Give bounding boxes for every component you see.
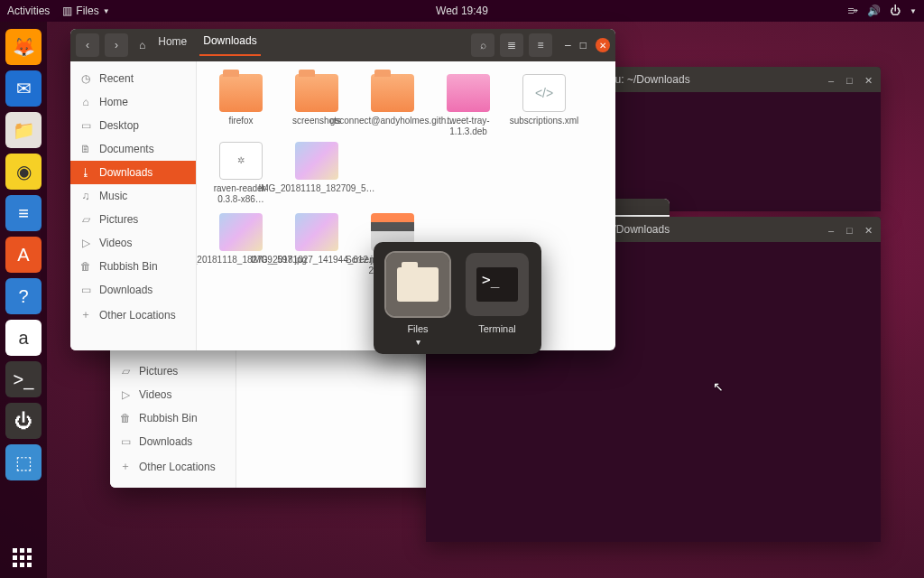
sidebar-icon: 🗑 xyxy=(119,412,132,424)
sidebar-item-label: Music xyxy=(99,190,127,202)
ubuntu-software-icon[interactable]: A xyxy=(5,237,42,273)
sidebar-item[interactable]: ▷Videos xyxy=(110,383,236,406)
sidebar-item-other[interactable]: ＋Other Locations xyxy=(70,302,196,328)
file-item[interactable]: IMG_20181027_141944_612.jpg xyxy=(282,213,352,275)
toggle-icon[interactable]: ⏻ xyxy=(5,403,42,439)
maximize-button[interactable]: □ xyxy=(846,225,855,234)
sidebar-icon: ▭ xyxy=(79,284,92,296)
rhythmbox-icon[interactable]: ◉ xyxy=(5,154,42,190)
amazon-icon[interactable]: a xyxy=(5,320,42,356)
files-sidebar: ◷Recent⌂Home▭Desktop🗎Documents⭳Downloads… xyxy=(70,61,197,350)
path-home[interactable]: Home xyxy=(154,35,190,55)
activities-button[interactable]: Activities xyxy=(7,5,50,17)
clock[interactable]: Wed 19:49 xyxy=(436,5,488,17)
file-item[interactable]: </>subscriptions.xml xyxy=(509,74,579,136)
file-label: subscriptions.xml xyxy=(510,116,579,126)
maximize-button[interactable]: □ xyxy=(846,75,855,84)
sidebar-item-music[interactable]: ♫Music xyxy=(70,184,196,208)
screenshot-icon[interactable]: ⬚ xyxy=(5,444,42,480)
libreoffice-writer-icon[interactable]: ≡ xyxy=(5,195,42,231)
hamburger-button[interactable]: ≡ xyxy=(529,33,552,57)
close-button[interactable]: ✕ xyxy=(864,75,873,84)
file-item[interactable]: IMG_20181118_182709_597.jpg xyxy=(206,213,276,275)
app-menu-label: Files xyxy=(76,5,98,17)
thunderbird-icon[interactable]: ✉ xyxy=(5,70,42,107)
switcher-label: Files xyxy=(407,323,428,334)
file-item[interactable]: ✲raven-reader-0.3.8-x86… xyxy=(206,142,276,204)
file-label: tweet-tray-1.1.3.deb xyxy=(433,116,504,136)
volume-icon[interactable]: 🔊 xyxy=(867,5,881,17)
chevron-down-icon: ▼ xyxy=(103,7,110,15)
close-button[interactable]: ✕ xyxy=(864,225,873,234)
sidebar-icon: ⌂ xyxy=(79,96,92,108)
file-item[interactable]: screenshots xyxy=(282,74,352,136)
sidebar-icon: ▱ xyxy=(79,213,92,226)
sidebar-item-label: Other Locations xyxy=(99,309,176,322)
launcher-dock: 🦊✉📁◉≡A?a>_⏻⬚ xyxy=(0,22,47,578)
sidebar-item-home[interactable]: ⌂Home xyxy=(70,90,196,114)
deb-icon xyxy=(447,74,490,112)
sidebar-item-videos[interactable]: ▷Videos xyxy=(70,231,196,255)
firefox-icon[interactable]: 🦊 xyxy=(5,29,42,65)
xml-icon: </> xyxy=(522,74,566,112)
sidebar-item-label: Other Locations xyxy=(139,461,216,473)
file-item[interactable]: gsconnect@andyholmes.gith… xyxy=(357,74,428,136)
top-panel: Activities ▥ Files ▼ Wed 19:49 ⭄ 🔊 ⏻ ▼ xyxy=(0,0,924,22)
search-button[interactable]: ⌕ xyxy=(471,33,494,57)
home-icon: ⌂ xyxy=(139,39,145,51)
network-icon[interactable]: ⭄ xyxy=(847,5,858,17)
file-item[interactable]: firefox xyxy=(206,74,276,136)
file-item[interactable]: IMG_20181118_182709_5… xyxy=(282,142,352,204)
show-apps-button[interactable] xyxy=(13,548,32,567)
close-button[interactable]: ✕ xyxy=(596,38,610,52)
sidebar-icon: ◷ xyxy=(79,72,92,85)
sidebar-item-label: Downloads xyxy=(99,284,152,296)
files-icon[interactable]: 📁 xyxy=(5,112,42,148)
sidebar-item-label: Rubbish Bin xyxy=(139,412,198,424)
switcher-option-terminal[interactable]: >_ Terminal xyxy=(466,253,529,334)
path-current[interactable]: Downloads xyxy=(199,34,260,56)
sidebar-item[interactable]: ▱Pictures xyxy=(110,359,236,383)
sidebar-item-pictures[interactable]: ▱Pictures xyxy=(70,208,196,231)
switcher-option-files[interactable]: Files ▾ xyxy=(386,253,449,334)
sidebar-item-desktop[interactable]: ▭Desktop xyxy=(70,114,196,137)
sidebar-item-recent[interactable]: ◷Recent xyxy=(70,67,196,90)
help-icon[interactable]: ? xyxy=(5,278,42,314)
switcher-label: Terminal xyxy=(478,323,516,334)
back-button[interactable]: ‹ xyxy=(76,33,99,57)
power-icon[interactable]: ⏻ xyxy=(890,5,901,17)
pathbar[interactable]: ⌂ Home Downloads xyxy=(139,34,261,56)
sidebar-icon: ▷ xyxy=(79,237,92,249)
chevron-down-icon: ▾ xyxy=(416,337,420,347)
forward-button[interactable]: › xyxy=(105,33,128,57)
sidebar-icon: ♫ xyxy=(79,190,92,202)
sidebar-icon: ＋ xyxy=(119,459,132,474)
sidebar-item[interactable]: ＋Other Locations xyxy=(110,453,236,480)
alt-tab-switcher[interactable]: Files ▾ >_ Terminal xyxy=(374,242,541,354)
sidebar-item-trash[interactable]: 🗑Rubbish Bin xyxy=(70,255,196,278)
minimize-button[interactable]: – xyxy=(828,75,837,84)
terminal-icon[interactable]: >_ xyxy=(5,361,42,397)
maximize-button[interactable]: □ xyxy=(580,39,587,51)
sidebar-item-label: Desktop xyxy=(99,119,139,132)
file-label: firefox xyxy=(228,116,253,126)
sidebar-item-label: Videos xyxy=(139,388,171,401)
sidebar-item[interactable]: ▭Downloads xyxy=(110,430,236,453)
sidebar-icon: ▱ xyxy=(119,365,132,378)
sidebar-item-documents[interactable]: 🗎Documents xyxy=(70,137,196,161)
files-panel-icon: ▥ xyxy=(62,5,72,17)
minimize-button[interactable]: – xyxy=(565,39,571,51)
file-item[interactable]: tweet-tray-1.1.3.deb xyxy=(433,74,504,136)
files-headerbar: ‹ › ⌂ Home Downloads ⌕ ≣ ≡ – □ ✕ xyxy=(70,29,615,61)
sidebar-item[interactable]: 🗑Rubbish Bin xyxy=(110,406,236,430)
minimize-button[interactable]: – xyxy=(828,225,837,234)
sidebar-item-label: Downloads xyxy=(99,166,152,179)
sidebar-icon: ▭ xyxy=(119,435,132,448)
sidebar-icon: ＋ xyxy=(79,307,92,322)
view-list-button[interactable]: ≣ xyxy=(500,33,523,57)
sidebar-item-downloads-mount[interactable]: ▭Downloads xyxy=(70,278,196,302)
sidebar-item-downloads[interactable]: ⭳Downloads xyxy=(70,161,196,184)
sidebar-icon: 🗑 xyxy=(79,260,92,273)
img-icon xyxy=(295,213,338,251)
app-menu[interactable]: ▥ Files ▼ xyxy=(62,5,109,17)
